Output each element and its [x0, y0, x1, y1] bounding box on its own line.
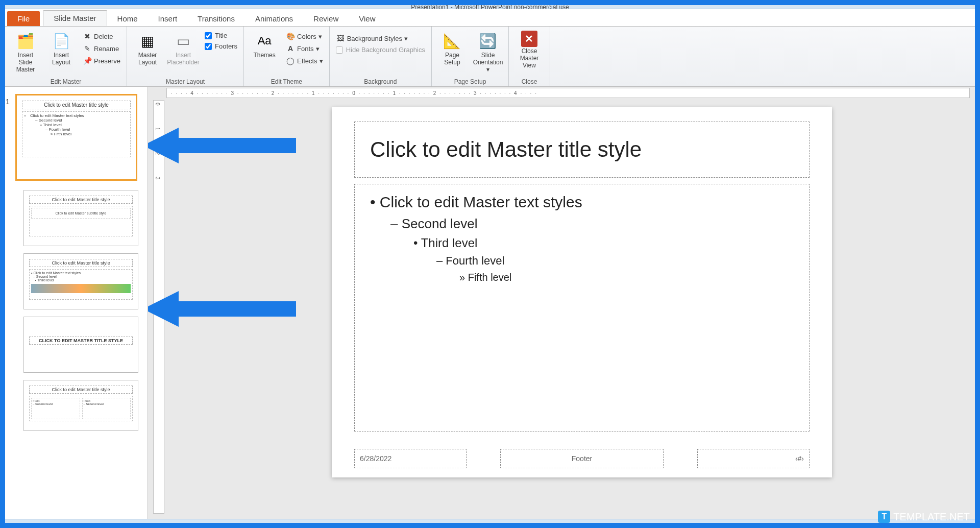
orientation-icon: 🔄	[478, 31, 498, 51]
layout-thumbnail-2[interactable]: Click to edit Master title style • Click…	[23, 253, 138, 309]
close-master-view-button[interactable]: ✕ Close Master View	[513, 29, 546, 71]
body-placeholder[interactable]: Click to edit Master text styles Second …	[354, 184, 810, 431]
title-text: Click to edit Master title style	[370, 137, 642, 162]
layout-thumbnail-1[interactable]: Click to edit Master title style Click t…	[23, 190, 138, 246]
slide-number-placeholder[interactable]: ‹#›	[697, 449, 810, 468]
annotation-arrow-icon	[148, 286, 296, 332]
watermark-icon: T	[878, 511, 890, 523]
hide-bg-checkbox[interactable]: Hide Background Graphics	[334, 45, 427, 55]
preserve-icon: 📌	[83, 56, 92, 65]
level3-text: Third level	[413, 236, 794, 250]
level5-text: Fifth level	[459, 272, 794, 283]
bg-styles-icon: 🖼	[336, 34, 345, 43]
fonts-icon: A	[286, 44, 295, 53]
thumb-title: Click to edit Master title style	[29, 259, 133, 267]
rename-button[interactable]: ✎Rename	[81, 43, 122, 54]
group-label: Edit Theme	[248, 77, 325, 85]
ribbon-tabs: File Slide Master Home Insert Transition…	[5, 9, 975, 27]
group-background: 🖼Background Styles ▾ Hide Background Gra…	[330, 27, 432, 86]
tab-animations[interactable]: Animations	[245, 11, 303, 26]
master-layout-icon: ▦	[137, 31, 158, 51]
thumb-title: Click to edit Master title style	[22, 101, 131, 109]
ribbon: 🗂️ Insert Slide Master 📄 Insert Layout ✖…	[5, 27, 975, 87]
annotation-arrow-icon	[148, 123, 296, 169]
master-layout-button[interactable]: ▦ Master Layout	[131, 29, 164, 68]
thumb-body: Click to edit Master subtitle style	[29, 206, 133, 236]
tab-insert[interactable]: Insert	[148, 11, 188, 26]
group-edit-master: 🗂️ Insert Slide Master 📄 Insert Layout ✖…	[5, 27, 127, 86]
group-label: Edit Master	[9, 77, 122, 85]
tab-transitions[interactable]: Transitions	[187, 11, 245, 26]
insert-placeholder-button[interactable]: ▭ Insert Placeholder	[167, 29, 200, 68]
preserve-button[interactable]: 📌Preserve	[81, 55, 122, 66]
close-icon: ✕	[521, 31, 537, 47]
tab-home[interactable]: Home	[107, 11, 148, 26]
group-label: Close	[513, 77, 546, 85]
level1-text: Click to edit Master text styles	[370, 194, 794, 211]
thumb-body: • Click to edit Master text styles – Sec…	[29, 269, 133, 300]
tab-review[interactable]: Review	[303, 11, 349, 26]
themes-icon: Aa	[254, 31, 275, 51]
themes-button[interactable]: Aa Themes	[248, 29, 281, 61]
placeholder-icon: ▭	[173, 31, 193, 51]
group-label: Background	[334, 77, 427, 85]
group-label: Page Setup	[436, 77, 504, 85]
thumb-title: Click to edit Master title style	[29, 386, 133, 394]
tab-slide-master[interactable]: Slide Master	[43, 10, 107, 26]
slide-canvas[interactable]: Click to edit Master title style Click t…	[332, 107, 832, 477]
footers-checkbox[interactable]: Footers	[203, 41, 239, 51]
slide-editing-area: · · · · 4 · · · · · · · 3 · · · · · · · …	[148, 87, 975, 519]
effects-button[interactable]: ◯Effects ▾	[284, 55, 325, 66]
master-slide-thumbnail[interactable]: 1 Click to edit Master title style Click…	[15, 94, 137, 181]
thumb-title: CLICK TO EDIT MASTER TITLE STYLE	[29, 337, 133, 345]
thumb-body: Click to edit Master text styles – Secon…	[22, 111, 131, 157]
footer-placeholder[interactable]: Footer	[500, 449, 664, 468]
svg-marker-0	[148, 128, 296, 163]
thumb-body: • text– Second level • text– Second leve…	[29, 396, 133, 421]
delete-icon: ✖	[83, 32, 92, 41]
insert-slide-master-button[interactable]: 🗂️ Insert Slide Master	[9, 29, 42, 75]
title-bar: Presentation1 - Microsoft PowerPoint non…	[5, 5, 975, 9]
group-label: Master Layout	[131, 77, 239, 85]
level4-text: Fourth level	[436, 254, 794, 268]
thumb-number: 1	[6, 98, 10, 106]
thumbnail-panel: 1 Click to edit Master title style Click…	[5, 87, 148, 519]
colors-button[interactable]: 🎨Colors ▾	[284, 31, 325, 42]
page-setup-icon: 📐	[442, 31, 462, 51]
title-checkbox[interactable]: Title	[203, 31, 239, 40]
page-setup-button[interactable]: 📐 Page Setup	[436, 29, 469, 68]
insert-layout-button[interactable]: 📄 Insert Layout	[45, 29, 78, 68]
layout-thumbnail-4[interactable]: Click to edit Master title style • text–…	[23, 380, 138, 431]
layout-thumbnail-3[interactable]: CLICK TO EDIT MASTER TITLE STYLE	[23, 317, 138, 373]
workspace: 1 Click to edit Master title style Click…	[5, 87, 975, 519]
slide-master-icon: 🗂️	[15, 31, 36, 51]
group-master-layout: ▦ Master Layout ▭ Insert Placeholder Tit…	[127, 27, 244, 86]
level2-text: Second level	[390, 216, 794, 232]
delete-button[interactable]: ✖Delete	[81, 31, 122, 42]
slide-orientation-button[interactable]: 🔄 Slide Orientation ▾	[472, 29, 504, 75]
effects-icon: ◯	[286, 56, 295, 65]
group-page-setup: 📐 Page Setup 🔄 Slide Orientation ▾ Page …	[432, 27, 509, 86]
rename-icon: ✎	[83, 44, 92, 53]
tab-view[interactable]: View	[349, 11, 385, 26]
layout-icon: 📄	[51, 31, 71, 51]
background-styles-button[interactable]: 🖼Background Styles ▾	[334, 33, 427, 44]
group-edit-theme: Aa Themes 🎨Colors ▾ AFonts ▾ ◯Effects ▾ …	[244, 27, 330, 86]
app-window: Presentation1 - Microsoft PowerPoint non…	[5, 5, 975, 523]
tab-file[interactable]: File	[7, 11, 40, 26]
colors-icon: 🎨	[286, 32, 295, 41]
fonts-button[interactable]: AFonts ▾	[284, 43, 325, 54]
svg-marker-1	[148, 291, 296, 327]
title-placeholder[interactable]: Click to edit Master title style	[354, 122, 810, 178]
thumb-title: Click to edit Master title style	[29, 196, 133, 204]
watermark: T TEMPLATE.NET	[878, 511, 970, 523]
status-bar	[5, 519, 975, 523]
date-placeholder[interactable]: 6/28/2022	[354, 449, 467, 468]
horizontal-ruler: · · · · 4 · · · · · · · 3 · · · · · · · …	[166, 88, 970, 98]
group-close: ✕ Close Master View Close	[509, 27, 550, 86]
